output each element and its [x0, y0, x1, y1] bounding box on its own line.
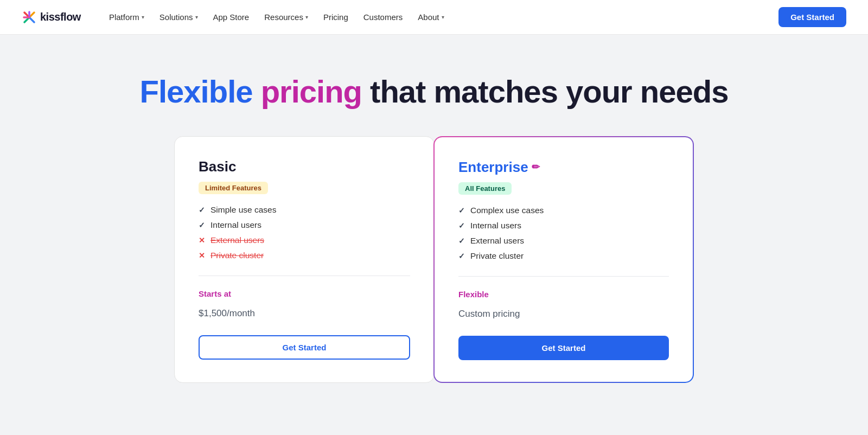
nav-links: Platform ▾ Solutions ▾ App Store Resourc…	[103, 8, 778, 26]
hero-section: Flexible pricing that matches your needs	[0, 35, 868, 136]
card-divider	[199, 276, 410, 276]
feature-text: Internal users	[470, 221, 521, 231]
nav-label-customers: Customers	[363, 12, 403, 22]
basic-price-label: Starts at	[199, 289, 410, 298]
feature-text-strikethrough: Private cluster	[210, 251, 264, 260]
nav-item-appstore[interactable]: App Store	[207, 8, 256, 26]
list-item: ✓ Simple use cases	[199, 205, 410, 215]
navbar: kissflow Platform ▾ Solutions ▾ App Stor…	[0, 0, 868, 35]
enterprise-price-amount: Custom pricing	[458, 302, 669, 321]
pricing-cards: Basic Limited Features ✓ Simple use case…	[136, 136, 732, 383]
basic-cta-button[interactable]: Get Started	[199, 335, 410, 360]
list-item: ✓ Internal users	[458, 221, 669, 231]
list-item: ✓ Private cluster	[458, 251, 669, 261]
list-item: ✓ External users	[458, 236, 669, 246]
price-custom: Custom pricing	[458, 309, 520, 319]
check-icon: ✓	[199, 221, 205, 229]
hero-title: Flexible pricing that matches your needs	[22, 74, 846, 110]
check-icon: ✓	[199, 206, 205, 214]
list-item: ✕ External users	[199, 235, 410, 245]
nav-cta-button[interactable]: Get Started	[778, 7, 846, 27]
logo[interactable]: kissflow	[22, 10, 81, 25]
nav-item-resources[interactable]: Resources ▾	[258, 8, 315, 26]
feature-text: Internal users	[210, 220, 261, 230]
feature-text: Simple use cases	[210, 205, 276, 215]
sparkle-icon: ✏	[532, 161, 540, 173]
list-item: ✕ Private cluster	[199, 251, 410, 260]
price-number: $1,500	[199, 308, 227, 318]
nav-item-solutions[interactable]: Solutions ▾	[153, 8, 205, 26]
nav-label-about: About	[418, 12, 439, 22]
list-item: ✓ Internal users	[199, 220, 410, 230]
chevron-down-icon: ▾	[195, 14, 198, 20]
enterprise-features-list: ✓ Complex use cases ✓ Internal users ✓ E…	[458, 206, 669, 261]
nav-item-pricing[interactable]: Pricing	[317, 8, 355, 26]
pricing-section: Basic Limited Features ✓ Simple use case…	[0, 136, 868, 415]
card-basic-badge: Limited Features	[199, 182, 268, 194]
hero-title-rest: that matches your needs	[362, 74, 728, 109]
logo-text: kissflow	[40, 11, 81, 23]
chevron-down-icon: ▾	[442, 14, 444, 20]
nav-item-about[interactable]: About ▾	[411, 8, 450, 26]
card-enterprise-badge: All Features	[458, 182, 512, 195]
logo-icon	[22, 10, 37, 25]
check-icon: ✓	[458, 206, 465, 215]
enterprise-cta-button[interactable]: Get Started	[458, 336, 669, 360]
cross-icon: ✕	[199, 236, 205, 245]
feature-text-strikethrough: External users	[210, 235, 264, 245]
basic-features-list: ✓ Simple use cases ✓ Internal users ✕ Ex…	[199, 205, 410, 260]
nav-label-resources: Resources	[264, 12, 303, 22]
hero-title-flexible: Flexible	[140, 74, 261, 109]
feature-text: Complex use cases	[470, 206, 544, 215]
nav-label-pricing: Pricing	[323, 12, 348, 22]
basic-price-amount: $1,500/month	[199, 302, 410, 320]
card-enterprise-name: Enterprise ✏	[458, 159, 669, 176]
nav-label-appstore: App Store	[213, 12, 250, 22]
price-period: /month	[227, 308, 255, 318]
nav-item-customers[interactable]: Customers	[357, 8, 410, 26]
nav-label-platform: Platform	[109, 12, 139, 22]
cross-icon: ✕	[199, 251, 205, 260]
feature-text: External users	[470, 236, 524, 246]
enterprise-name-text: Enterprise	[458, 159, 528, 176]
list-item: ✓ Complex use cases	[458, 206, 669, 215]
check-icon: ✓	[458, 236, 465, 245]
card-enterprise: Enterprise ✏ All Features ✓ Complex use …	[433, 136, 694, 383]
check-icon: ✓	[458, 221, 465, 230]
card-divider	[458, 276, 669, 277]
check-icon: ✓	[458, 252, 465, 260]
enterprise-price-label: Flexible	[458, 290, 669, 299]
chevron-down-icon: ▾	[305, 14, 308, 20]
hero-title-pricing: pricing	[261, 74, 362, 109]
nav-label-solutions: Solutions	[159, 12, 193, 22]
card-basic-name: Basic	[199, 158, 410, 175]
nav-item-platform[interactable]: Platform ▾	[103, 8, 151, 26]
chevron-down-icon: ▾	[142, 14, 144, 20]
feature-text: Private cluster	[470, 251, 524, 261]
card-basic: Basic Limited Features ✓ Simple use case…	[174, 136, 435, 383]
